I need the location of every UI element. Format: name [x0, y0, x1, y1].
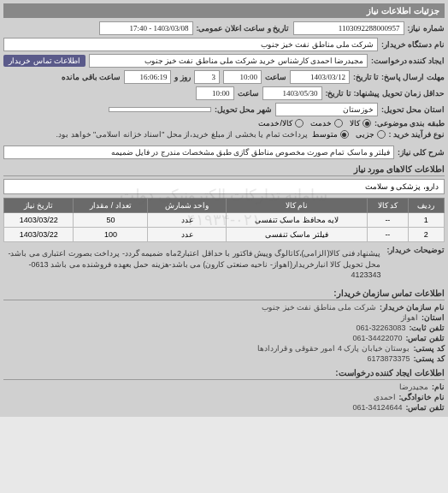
pkg-opt2-label: خدمت: [310, 119, 332, 128]
radio-icon: [334, 119, 343, 128]
col-4: تعداد / مقدار: [74, 199, 148, 213]
time-label-1: ساعت: [265, 73, 286, 81]
proc-opt1-label: جزیی: [356, 130, 374, 139]
contact-family: احمدی: [374, 393, 396, 401]
delivery-date: 1403/05/30: [262, 86, 322, 100]
contact-org: شرکت ملی مناطق نفت خیز جنوب: [262, 303, 376, 312]
radio-icon: [295, 119, 304, 128]
pkg-opt3-label: کالا/خدمت: [258, 119, 292, 128]
contact-fax-label: تلفن تماس:: [406, 334, 445, 342]
hours-remain-label: ساعت باقی مانده: [62, 73, 121, 81]
creator-title: اطلاعات ایجاد کننده درخواست:: [3, 368, 445, 380]
contact-fax: 061-34422070: [352, 334, 402, 342]
packaging-label: طبقه بندی موضوعی:: [374, 119, 445, 128]
contact-postal-label: کد پستی:: [414, 344, 445, 353]
category: دارو، پزشکی و سلامت: [3, 179, 445, 194]
pkg-radio-2[interactable]: خدمت: [310, 119, 343, 128]
contact-postal-code-label: کد پستی:: [414, 354, 445, 363]
notes: پیشنهاد فنی کالا(الزامی)،کاتالوگ وپیش فا…: [3, 246, 384, 283]
notes-label: توضیحات خریدار:: [387, 246, 445, 254]
request-number-label: شماره نیاز:: [408, 24, 445, 33]
contact-org-label: نام سازمان خریدار:: [380, 303, 445, 312]
desc: فیلتر و ماسک تمام صورت مخصوص مناطق گازی …: [3, 146, 394, 159]
cell: فیلتر ماسک تنفسی: [226, 228, 367, 242]
contact-title: اطلاعات تماس سازمان خریدار:: [3, 288, 445, 300]
deadline-time: 10:00: [223, 70, 262, 84]
days-label: روز و: [174, 73, 191, 81]
cell: 1403/03/22: [4, 213, 74, 228]
process-label: نوع فرآیند خرید :: [389, 130, 445, 139]
announce-datetime-label: تاریخ و ساعت اعلان عمومی:: [197, 24, 290, 33]
days-remain: 3: [194, 70, 220, 84]
desc-label: شرح کلی نیاز:: [398, 148, 445, 157]
cell: عدد: [148, 228, 227, 242]
col-5: تاریخ نیاز: [4, 199, 74, 213]
contact-family-label: نام خانوادگی:: [399, 393, 445, 401]
cell: 1403/03/22: [4, 228, 74, 242]
cell: لایه محافظ ماسک تنفسی: [226, 213, 367, 228]
time-label-2: ساعت: [238, 89, 259, 98]
announce-datetime: 1403/03/08 - 17:40: [99, 21, 193, 35]
proc-radio-2[interactable]: متوسط: [312, 130, 349, 139]
col-1: کد کالا: [368, 199, 409, 213]
deadline-date: 1403/03/12: [290, 70, 350, 84]
cell: --: [368, 213, 409, 228]
province: خوزستان: [275, 103, 378, 116]
contact-name-label: نام:: [432, 383, 445, 391]
deadline-label: مهلت ارسال پاسخ: تا تاریخ:: [353, 73, 445, 81]
city-label: شهر محل تحویل:: [215, 105, 272, 114]
contact-postal: بوستان خیابان پارک 4 امور حقوقی و قراردا…: [257, 344, 410, 353]
creator-label: ایجاد کننده درخواست:: [371, 56, 445, 65]
cell: 2: [408, 228, 444, 242]
buyer-org-label: نام دستگاه خریدار:: [381, 40, 445, 49]
hours-remain: 16:06:19: [124, 70, 171, 84]
contact-creator-phone-label: تلفن تماس:: [406, 403, 445, 412]
cell: 1: [408, 213, 444, 228]
col-2: نام کالا: [226, 199, 367, 213]
contact-phone-label: تلفن ثابت:: [410, 324, 445, 332]
process-radio-group: جزیی متوسط: [312, 130, 386, 139]
proc-opt2-label: متوسط: [312, 130, 338, 139]
contact-creator-phone: 061-34124644: [352, 403, 402, 412]
proc-radio-1[interactable]: جزیی: [356, 130, 386, 139]
packaging-radio-group: کالا خدمت کالا/خدمت: [258, 119, 371, 128]
table-row: 2 -- فیلتر ماسک تنفسی عدد 100 1403/03/22: [4, 228, 445, 242]
contact-prov-label: استان:: [421, 313, 445, 322]
section-header-need-info: جزئیات اطلاعات نیاز: [3, 3, 445, 18]
contact-name: مجیدرضا: [399, 383, 428, 391]
pkg-radio-1[interactable]: کالا: [350, 119, 371, 128]
items-table: ردیف کد کالا نام کالا واحد شمارش تعداد /…: [3, 198, 445, 242]
items-section-title: اطلاعات کالاهای مورد نیاز: [3, 164, 445, 176]
table-row: 1 -- لایه محافظ ماسک تنفسی عدد 50 1403/0…: [4, 213, 445, 228]
delivery-deadline-label: حداقل زمان تحویل پیشنهاد: تا تاریخ:: [326, 89, 445, 98]
contact-postal-code: 6173873375: [367, 354, 410, 363]
request-number: 1103092288000957: [293, 21, 404, 35]
province-label: استان محل تحویل:: [381, 105, 445, 114]
pkg-radio-3[interactable]: کالا/خدمت: [258, 119, 304, 128]
cell: --: [368, 228, 409, 242]
cell: 50: [74, 213, 148, 228]
proc-note: پرداخت تمام یا بخشی از مبلغ خرید،از محل …: [56, 130, 309, 139]
radio-icon: [340, 130, 349, 139]
col-3: واحد شمارش: [148, 199, 227, 213]
delivery-time: 10:00: [196, 86, 234, 100]
radio-icon: [363, 119, 371, 128]
contact-prov: اهواز: [401, 313, 418, 322]
contact-phone: 061-32263083: [356, 324, 405, 332]
radio-icon: [377, 130, 386, 139]
pkg-opt1-label: کالا: [350, 119, 360, 128]
buyer-contact-badge[interactable]: اطلاعات تماس خریدار: [3, 55, 85, 67]
cell: 100: [74, 228, 148, 242]
cell: عدد: [148, 213, 227, 228]
col-0: ردیف: [408, 199, 444, 213]
buyer-org: شرکت ملی مناطق نفت خیز جنوب: [3, 38, 378, 51]
creator: مجیدرضا احمدی کارشناس خرید شرکت ملی مناط…: [89, 54, 368, 68]
city: [109, 107, 211, 112]
